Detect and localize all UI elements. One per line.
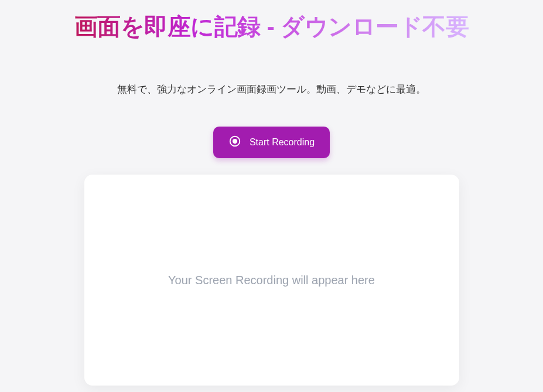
recording-preview-area: Your Screen Recording will appear here xyxy=(84,175,459,386)
page-title: 画面を即座に記録 - ダウンロード不要 xyxy=(74,11,469,43)
svg-point-1 xyxy=(233,139,237,143)
preview-placeholder-text: Your Screen Recording will appear here xyxy=(168,274,375,287)
page-subtitle: 無料で、強力なオンライン画面録画ツール。動画、デモなどに最適。 xyxy=(117,83,426,96)
record-icon xyxy=(228,135,241,150)
start-recording-button[interactable]: Start Recording xyxy=(213,127,330,158)
start-recording-label: Start Recording xyxy=(250,137,315,148)
